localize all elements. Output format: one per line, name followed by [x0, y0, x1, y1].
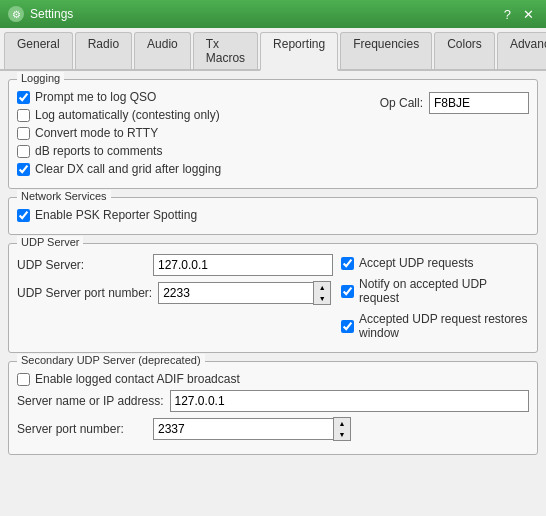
checkbox-enable_adif[interactable]: [17, 373, 30, 386]
logging-row-db_reports: dB reports to comments: [17, 144, 221, 158]
secondary-port-input[interactable]: [153, 418, 333, 440]
udp-server-group: UDP Server UDP Server: UDP Server port n…: [8, 243, 538, 353]
udp-port-label: UDP Server port number:: [17, 286, 152, 300]
udp-port-down[interactable]: ▼: [314, 293, 330, 304]
secondary-row-enable_adif: Enable logged contact ADIF broadcast: [17, 372, 529, 386]
secondary-port-label: Server port number:: [17, 422, 147, 436]
label-notify_udp: Notify on accepted UDP request: [359, 277, 529, 305]
tab-radio[interactable]: Radio: [75, 32, 132, 69]
checkbox-convert_rtty[interactable]: [17, 127, 30, 140]
udp-server-label: UDP Server:: [17, 258, 147, 272]
logging-title: Logging: [17, 72, 64, 84]
op-call-input[interactable]: [429, 92, 529, 114]
checkbox-notify_udp[interactable]: [341, 285, 354, 298]
udp-row-accept_udp: Accept UDP requests: [341, 256, 529, 270]
udp-server-input[interactable]: [153, 254, 333, 276]
checkbox-psk_reporter[interactable]: [17, 209, 30, 222]
checkbox-restore_window[interactable]: [341, 320, 354, 333]
app-icon: ⚙: [8, 6, 24, 22]
tab-reporting[interactable]: Reporting: [260, 32, 338, 71]
udp-row-restore_window: Accepted UDP request restores window: [341, 312, 529, 340]
udp-port-input[interactable]: [158, 282, 313, 304]
network-services-group: Network Services Enable PSK Reporter Spo…: [8, 197, 538, 235]
udp-server-title: UDP Server: [17, 236, 83, 248]
window-title: Settings: [30, 7, 73, 21]
label-clear_dx: Clear DX call and grid after logging: [35, 162, 221, 176]
checkbox-db_reports[interactable]: [17, 145, 30, 158]
op-call-label: Op Call:: [380, 96, 423, 110]
tab-tx_macros[interactable]: Tx Macros: [193, 32, 258, 69]
udp-port-up[interactable]: ▲: [314, 282, 330, 293]
logging-row-clear_dx: Clear DX call and grid after logging: [17, 162, 221, 176]
tab-bar: GeneralRadioAudioTx MacrosReportingFrequ…: [0, 28, 546, 71]
secondary-udp-title: Secondary UDP Server (deprecated): [17, 354, 205, 366]
label-prompt_log: Prompt me to log QSO: [35, 90, 156, 104]
network-row-psk_reporter: Enable PSK Reporter Spotting: [17, 208, 529, 222]
checkbox-prompt_log[interactable]: [17, 91, 30, 104]
label-psk_reporter: Enable PSK Reporter Spotting: [35, 208, 197, 222]
secondary-port-down[interactable]: ▼: [334, 429, 350, 440]
secondary-udp-group: Secondary UDP Server (deprecated) Enable…: [8, 361, 538, 455]
tab-audio[interactable]: Audio: [134, 32, 191, 69]
secondary-server-input[interactable]: [170, 390, 529, 412]
help-button[interactable]: ?: [500, 8, 515, 21]
checkbox-clear_dx[interactable]: [17, 163, 30, 176]
label-db_reports: dB reports to comments: [35, 144, 162, 158]
label-log_auto: Log automatically (contesting only): [35, 108, 220, 122]
tab-general[interactable]: General: [4, 32, 73, 69]
tab-advanced[interactable]: Advanced: [497, 32, 546, 69]
udp-row-notify_udp: Notify on accepted UDP request: [341, 277, 529, 305]
checkbox-accept_udp[interactable]: [341, 257, 354, 270]
label-accept_udp: Accept UDP requests: [359, 256, 474, 270]
secondary-port-up[interactable]: ▲: [334, 418, 350, 429]
label-restore_window: Accepted UDP request restores window: [359, 312, 529, 340]
label-convert_rtty: Convert mode to RTTY: [35, 126, 158, 140]
tab-colors[interactable]: Colors: [434, 32, 495, 69]
label-enable_adif: Enable logged contact ADIF broadcast: [35, 372, 240, 386]
checkbox-log_auto[interactable]: [17, 109, 30, 122]
content-area: Logging Prompt me to log QSOLog automati…: [0, 71, 546, 516]
close-button[interactable]: ✕: [519, 8, 538, 21]
secondary-server-label: Server name or IP address:: [17, 394, 164, 408]
logging-row-convert_rtty: Convert mode to RTTY: [17, 126, 221, 140]
tab-frequencies[interactable]: Frequencies: [340, 32, 432, 69]
network-services-title: Network Services: [17, 190, 111, 202]
logging-group: Logging Prompt me to log QSOLog automati…: [8, 79, 538, 189]
logging-row-prompt_log: Prompt me to log QSO: [17, 90, 221, 104]
logging-row-log_auto: Log automatically (contesting only): [17, 108, 221, 122]
title-bar: ⚙ Settings ? ✕: [0, 0, 546, 28]
